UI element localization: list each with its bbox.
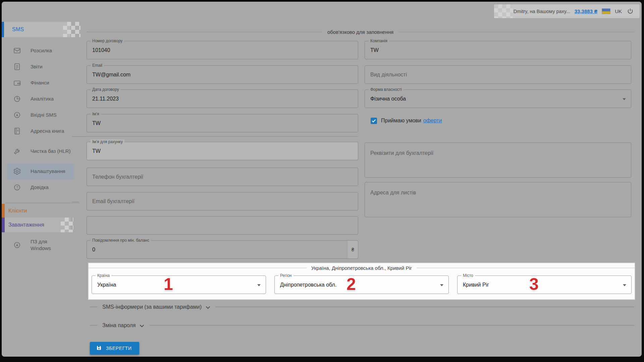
field-label: Email xyxy=(91,63,104,68)
accounting-phone-field[interactable]: Телефон бухгалтерії xyxy=(87,168,358,186)
sidebar-item-label: Розсилка xyxy=(31,47,71,54)
language-label[interactable]: UK xyxy=(615,8,622,14)
contract-number-field[interactable]: Номер договору 101040 xyxy=(87,41,358,59)
gear-icon xyxy=(13,167,21,175)
sidebar-item-hlr[interactable]: Чистка баз (HLR) xyxy=(2,139,81,163)
field-label: Країна xyxy=(96,273,111,278)
sidebar-link-zavantazhennya[interactable]: Завантаження xyxy=(2,218,70,232)
chevron-down-icon xyxy=(623,284,626,286)
offer-terms-row: Приймаю умови оферти xyxy=(371,117,631,125)
sidebar-item-rozsylka[interactable]: Розсилка xyxy=(2,43,81,59)
field-placeholder: Email бухгалтерії xyxy=(92,198,135,204)
company-field[interactable]: Компанія TW xyxy=(365,41,631,59)
field-placeholder: Вид діяльності xyxy=(370,72,407,78)
city-select[interactable]: Місто Кривий Ріг 3 xyxy=(457,276,632,294)
field-value: 21.11.2023 xyxy=(92,96,119,102)
help-icon: ? xyxy=(13,183,21,191)
balance-link[interactable]: 33,3883 ₴ xyxy=(575,8,597,14)
sidebar-item-adresna-knyga[interactable]: Адресна книга xyxy=(2,123,81,139)
sidebar-item-finansy[interactable]: Фінанси xyxy=(2,75,81,91)
field-value: 101040 xyxy=(92,47,110,53)
empty-field[interactable] xyxy=(87,216,358,235)
sidebar-section-title: SMS xyxy=(12,26,24,33)
sidebar-item-analityka[interactable]: Аналітика xyxy=(2,91,81,107)
sidebar-item-label: Довідка xyxy=(31,184,71,191)
field-label: Форма власності xyxy=(369,87,404,92)
field-label: Повідомлення про мін. баланс xyxy=(91,238,151,243)
sidebar-item-dovidka[interactable]: ? Довідка xyxy=(2,179,81,195)
ukraine-flag-icon xyxy=(602,8,610,14)
form-column-right: Компанія TW Вид діяльності Форма власнос… xyxy=(365,38,631,217)
sidebar-menu: Розсилка Звіти Фінанси Аналітика xyxy=(2,43,81,195)
sidebar-link-kliyenty[interactable]: Клієнти xyxy=(2,204,65,218)
svg-text:?: ? xyxy=(16,185,18,189)
sidebar-item-pz-windows[interactable]: ПЗ для Windows xyxy=(2,238,81,252)
section-divider xyxy=(87,136,358,137)
offer-link[interactable]: оферти xyxy=(423,118,442,124)
sidebar-item-label: Чистка баз (HLR) xyxy=(31,148,71,155)
accounting-email-field[interactable]: Email бухгалтерії xyxy=(87,192,358,210)
sidebar-section-sms[interactable]: SMS xyxy=(2,22,70,37)
sidebar-item-zvity[interactable]: Звіти xyxy=(2,59,81,75)
contract-date-field[interactable]: Дата договору 21.11.2023 xyxy=(87,89,358,108)
sidebar-link-label: Завантаження xyxy=(8,222,44,228)
report-icon xyxy=(13,63,21,71)
mail-address-textarea[interactable]: Адреса для листів xyxy=(365,182,631,217)
min-balance-field[interactable]: Повідомлення про мін. баланс 0 ₴ xyxy=(87,240,358,259)
offer-checkbox-label: Приймаю умови xyxy=(381,118,421,124)
activity-field[interactable]: Вид діяльності xyxy=(365,65,631,84)
location-panel: Україна, Дніпропетровська обл., Кривий Р… xyxy=(88,263,635,300)
logout-power-icon[interactable] xyxy=(626,7,634,15)
chevron-down-icon xyxy=(440,284,443,286)
sidebar-item-label: Вхідні SMS xyxy=(31,112,71,118)
field-label: Дата договору xyxy=(91,87,121,92)
field-placeholder: Реквізити для бухгалтерії xyxy=(370,150,433,156)
location-legend: Україна, Дніпропетровська обл., Кривий Р… xyxy=(89,265,635,271)
field-placeholder: Телефон бухгалтерії xyxy=(92,174,143,180)
save-button-label: ЗБЕРЕГТИ xyxy=(106,346,132,351)
checker-artifact xyxy=(494,4,513,18)
inbox-sms-icon xyxy=(13,111,21,119)
accounting-details-textarea[interactable]: Реквізити для бухгалтерії xyxy=(365,142,631,178)
field-label: Ім'я xyxy=(91,112,101,116)
currency-suffix: ₴ xyxy=(348,241,358,258)
user-bar: Dmitry, на Вашому раху... 33,3883 ₴ UK xyxy=(494,4,640,18)
sms-informers-section-toggle[interactable]: SMS-інформери (за вашими тарифами) xyxy=(90,303,634,310)
sidebar-item-nalashtuvannya[interactable]: Налаштування xyxy=(7,163,74,179)
save-floppy-icon xyxy=(96,345,102,352)
download-icon xyxy=(13,241,21,249)
sidebar-item-label: Фінанси xyxy=(31,79,71,86)
fieldset-border-stub xyxy=(72,202,79,202)
sidebar-link-label: Клієнти xyxy=(8,208,27,214)
sidebar-item-label: Налаштування xyxy=(31,168,71,175)
location-selects-row: Країна Україна 1 Регіон Дніпропетровська… xyxy=(89,276,635,294)
annotation-marker-1: 1 xyxy=(164,274,173,294)
ownership-select[interactable]: Форма власності Фізична особа xyxy=(365,89,631,108)
sidebar: SMS Розсилка Звіти Фінанси xyxy=(2,2,81,357)
required-fieldset-legend: обов'язково для заповнення xyxy=(87,29,634,35)
sidebar-item-vhidni-sms[interactable]: Вхідні SMS xyxy=(2,107,81,123)
field-value: Фізична особа xyxy=(370,96,406,102)
account-name-field[interactable]: Ім'я для рахунку TW xyxy=(87,142,358,160)
name-field[interactable]: Ім'я TW xyxy=(87,114,358,132)
field-label: Місто xyxy=(461,273,475,278)
user-greeting: Dmitry, на Вашому раху... xyxy=(514,9,570,14)
required-legend-text: обов'язково для заповнення xyxy=(327,29,393,35)
country-select[interactable]: Країна Україна 1 xyxy=(92,276,266,294)
checker-artifact xyxy=(61,218,73,232)
field-value: TW xyxy=(370,47,379,53)
chevron-down-icon xyxy=(140,323,144,329)
field-placeholder: Адреса для листів xyxy=(370,190,416,196)
checkbox-checked-icon[interactable] xyxy=(371,118,377,124)
sidebar-item-label: Аналітика xyxy=(31,96,71,102)
field-label: Регіон xyxy=(278,273,293,278)
region-select[interactable]: Регіон Дніпропетровська обл. 2 xyxy=(274,276,449,294)
field-value: TW xyxy=(92,148,101,154)
sidebar-item-label: Адресна книга xyxy=(31,128,71,134)
app-window: SMS Розсилка Звіти Фінанси xyxy=(2,2,642,357)
chevron-down-icon xyxy=(257,284,261,286)
email-field[interactable]: Email TW@gmail.com xyxy=(87,65,358,84)
change-password-section-toggle[interactable]: Зміна пароля xyxy=(90,322,634,329)
chevron-down-icon xyxy=(206,304,210,310)
save-button[interactable]: ЗБЕРЕГТИ xyxy=(90,342,139,355)
